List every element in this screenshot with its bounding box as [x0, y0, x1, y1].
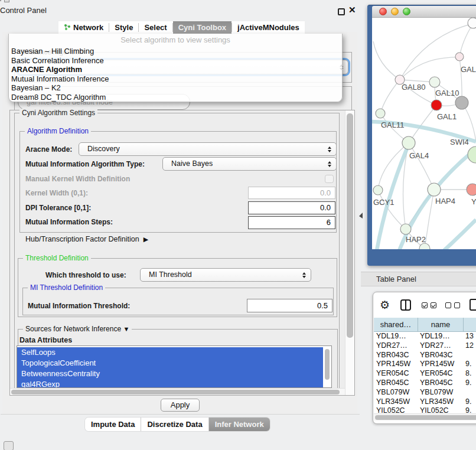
threshold-definition-title: Threshold Definition — [23, 254, 91, 262]
checked-checkbox-icon[interactable] — [422, 302, 428, 308]
algorithm-option[interactable]: Dream8 DC_TDC Algorithm — [9, 93, 342, 102]
combo-arrows-icon — [327, 161, 332, 168]
algorithm-option[interactable]: Basic Correlation Inference — [9, 56, 342, 66]
bottom-tab-discretize-data[interactable]: Discretize Data — [141, 418, 208, 431]
tab-cyni-toolbox[interactable]: Cyni Toolbox — [173, 21, 232, 34]
checked-checkbox-icon[interactable] — [431, 302, 436, 308]
aracne-mode-label: Aracne Mode: — [25, 145, 72, 154]
dpi-tolerance-field[interactable]: 0.0 — [248, 201, 335, 214]
minimized-panel-icon[interactable] — [4, 441, 14, 450]
aracne-mode-combobox[interactable]: Discovery — [79, 142, 337, 156]
svg-text:GAL80: GAL80 — [402, 83, 425, 92]
which-threshold-combobox[interactable]: MI Threshold — [140, 268, 311, 282]
apply-button[interactable]: Apply — [161, 399, 200, 412]
combo-arrows-icon — [327, 146, 332, 153]
table-row[interactable]: YDR27…YDR27…12 — [374, 341, 476, 350]
table-row[interactable]: YLR345WYLR345W9. — [374, 397, 476, 406]
data-attributes-label: Data Attributes — [19, 336, 72, 344]
mi-algorithm-type-combobox[interactable]: Naive Bayes — [162, 157, 337, 171]
bottom-tab-impute-data[interactable]: Impute Data — [85, 418, 141, 431]
algorithm-definition-title: Algorithm Definition — [25, 127, 91, 135]
svg-text:GAL1: GAL1 — [437, 112, 457, 121]
which-threshold-label: Which threshold to use: — [45, 271, 126, 279]
network-window-titlebar[interactable] — [372, 6, 476, 18]
sources-title[interactable]: Sources for Network Inference ▼ — [23, 325, 132, 333]
column-header[interactable] — [464, 318, 476, 332]
svg-text:SWI4: SWI4 — [450, 138, 469, 146]
control-panel-window — [0, 0, 1, 1]
table-row[interactable]: YBR043CYBR043C — [374, 351, 476, 360]
svg-text:GCY1: GCY1 — [373, 198, 394, 207]
attribute-item[interactable]: SelfLoops — [17, 347, 323, 358]
float-window-icon[interactable] — [338, 8, 345, 15]
tab-jactivemnodules[interactable]: jActiveMNodules — [232, 21, 305, 34]
list-scrollbar[interactable] — [325, 349, 330, 380]
gear-icon[interactable]: ⚙ — [380, 298, 390, 312]
screen: Control Panel ✕ NetworkStyleSelectCyni T… — [0, 0, 476, 450]
kernel-width-field[interactable]: 0.0 — [248, 187, 335, 199]
manual-kernel-checkbox[interactable] — [325, 175, 334, 183]
svg-text:HAP2: HAP2 — [406, 235, 426, 244]
unchecked-checkbox-icon[interactable] — [454, 302, 460, 308]
divider — [1, 414, 360, 415]
table-row[interactable]: YER054CYER054C8. — [374, 369, 476, 378]
algorithm-dropdown-popup: Select algorithm to view settings Bayesi… — [8, 34, 343, 102]
column-header[interactable]: name — [418, 318, 464, 332]
table-row[interactable]: YBL079WYBL079W — [374, 388, 476, 397]
svg-text:GAL10: GAL10 — [435, 89, 459, 97]
close-icon[interactable]: ✕ — [348, 5, 356, 15]
horizontal-scrollbar-track[interactable] — [10, 388, 354, 395]
combo-arrows-icon — [302, 272, 307, 279]
tab-style[interactable]: Style — [109, 21, 138, 34]
tab-select[interactable]: Select — [139, 21, 172, 34]
algorithm-option[interactable]: ARACNE Algorithm — [9, 65, 342, 74]
data-attributes-list[interactable]: SelfLoopsTopologicalCoefficientBetweenne… — [17, 345, 332, 388]
mi-algorithm-type-label: Mutual Information Algorithm Type: — [25, 160, 145, 168]
table-row[interactable]: YPR145WYPR145W9. — [374, 360, 476, 369]
kernel-width-label: Kernel Width (0,1): — [25, 189, 88, 197]
algorithm-option[interactable]: Mutual Information Inference — [9, 74, 342, 84]
zoom-traffic-light[interactable] — [403, 8, 410, 15]
table-row[interactable]: YDL19…YDL19…13 — [374, 332, 476, 341]
mouse-cursor — [358, 213, 364, 220]
close-traffic-light[interactable] — [379, 8, 387, 15]
svg-text:GAL: GAL — [461, 65, 476, 74]
window-notch — [4, 0, 9, 2]
table-row[interactable]: YBR045CYBR045C9. — [374, 379, 476, 387]
document-icon[interactable] — [470, 299, 476, 311]
vertical-scrollbar-thumb[interactable] — [347, 113, 353, 338]
mi-threshold-field[interactable]: 0.5 — [247, 299, 332, 312]
svg-text:HAP4: HAP4 — [435, 197, 455, 206]
table-panel-header: Table Panel — [361, 272, 476, 286]
network-canvas[interactable]: GALGAL80GAL10GAL1GAL11GAL4SWI4HAP4YGCY1H… — [372, 18, 476, 249]
bottom-tab-infer-network[interactable]: Infer Network — [209, 418, 270, 431]
popup-header: Select algorithm to view settings — [9, 34, 342, 47]
algorithm-option[interactable]: Bayesian – Hill Climbing — [9, 47, 342, 56]
tab-network[interactable]: Network — [58, 21, 109, 34]
mi-steps-label: Mutual Information Steps: — [25, 218, 113, 226]
table-panel-title: Table Panel — [376, 275, 416, 283]
column-header[interactable]: shared… — [374, 318, 418, 332]
bottom-tab-bar: Impute DataDiscretize DataInfer Network — [85, 418, 270, 431]
attribute-item[interactable]: TopologicalCoefficient — [17, 358, 323, 369]
minimize-traffic-light[interactable] — [391, 8, 399, 15]
mi-steps-field[interactable]: 6 — [248, 216, 335, 229]
svg-text:Y: Y — [471, 197, 476, 206]
tab-bar: NetworkStyleSelectCyni ToolboxjActiveMNo… — [58, 21, 305, 34]
table-hscrollbar-track[interactable] — [374, 413, 476, 420]
table-hscrollbar-thumb[interactable] — [375, 415, 476, 420]
dpi-tolerance-label: DPI Tolerance [0,1]: — [25, 204, 91, 212]
vertical-scrollbar-track[interactable] — [345, 110, 354, 395]
expand-arrow-icon: ▶ — [144, 236, 148, 243]
mi-threshold-title: MI Threshold Definition — [28, 283, 105, 292]
mi-threshold-label: Mutual Information Threshold: — [28, 302, 130, 310]
svg-text:GAL11: GAL11 — [381, 120, 405, 129]
algorithm-option[interactable]: Bayesian – K2 — [9, 83, 342, 93]
hub-definition-toggle[interactable]: Hub/Transcription Factor Definition ▶ — [25, 235, 148, 243]
unchecked-checkbox-icon[interactable] — [445, 302, 451, 308]
attribute-item[interactable]: BetweennessCentrality — [17, 369, 323, 379]
columns-icon[interactable] — [400, 299, 411, 311]
horizontal-scrollbar-thumb[interactable] — [11, 390, 340, 394]
cyni-settings-title: Cyni Algorithm Settings — [19, 109, 97, 117]
attribute-item[interactable]: gal4RGexp — [17, 379, 323, 388]
